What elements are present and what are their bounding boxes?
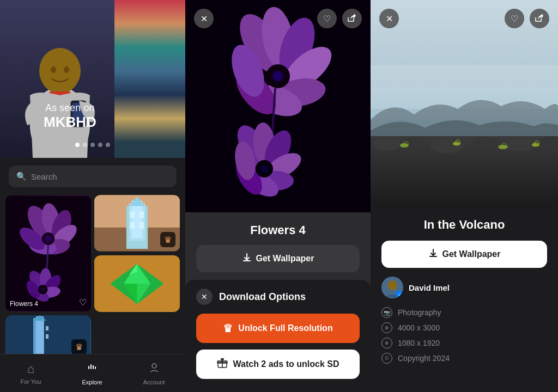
svg-point-76 — [260, 165, 268, 173]
resolution-label-1: 4000 x 3000 — [398, 323, 440, 332]
svg-rect-48 — [46, 326, 48, 330]
hero-color-strips — [114, 0, 185, 158]
right-share-button[interactable] — [530, 9, 549, 28]
close-icon: ✕ — [386, 14, 393, 24]
resolution-icon-2: ⊕ — [381, 338, 392, 348]
hero-dot-5[interactable] — [106, 143, 110, 147]
author-row: ✓ David Imel — [381, 277, 547, 298]
heart-icon: ♡ — [323, 14, 331, 24]
share-icon — [535, 13, 544, 24]
meta-resolution-1: ⊕ 4000 x 3000 — [381, 322, 547, 333]
get-wallpaper-label: Get Wallpaper — [256, 254, 314, 264]
nav-explore[interactable]: Explore — [82, 362, 102, 385]
middle-panel: ✕ ♡ — [185, 0, 371, 392]
svg-point-17 — [45, 236, 52, 242]
author-avatar: ✓ — [381, 277, 403, 298]
right-get-wallpaper-label: Get Wallpaper — [442, 249, 501, 259]
svg-point-96 — [388, 280, 397, 290]
crown-icon: ♛ — [164, 235, 172, 245]
heart-icon[interactable]: ♡ — [79, 297, 87, 308]
download-icon-right — [428, 248, 438, 260]
home-icon: ⌂ — [27, 362, 34, 376]
nav-for-you[interactable]: ⌂ For You — [21, 362, 41, 385]
explore-icon — [86, 362, 98, 377]
volcano-wallpaper-preview: ✕ ♡ — [371, 0, 558, 207]
nav-account-label: Account — [143, 379, 165, 385]
middle-close-button[interactable]: ✕ — [194, 9, 214, 28]
grid-item-crystal-sm[interactable]: ♛ — [5, 315, 91, 354]
close-x-icon: ✕ — [201, 292, 208, 301]
middle-top-actions: ♡ — [317, 9, 362, 28]
crown-icon: ♛ — [223, 322, 233, 335]
watch-ads-button[interactable]: Watch 2 ads to unlock SD — [196, 350, 360, 379]
share-icon — [348, 13, 356, 24]
author-name: David Imel — [409, 283, 450, 292]
resolution-icon-1: ⊕ — [381, 322, 392, 333]
svg-point-88 — [473, 137, 497, 149]
hero-person — [16, 16, 104, 158]
svg-rect-50 — [88, 366, 89, 369]
right-top-actions: ♡ — [505, 9, 549, 28]
search-bar[interactable]: 🔍 Search — [9, 166, 177, 187]
right-heart-button[interactable]: ♡ — [505, 9, 524, 28]
svg-rect-52 — [93, 365, 94, 369]
hero-dot-2[interactable] — [83, 143, 87, 147]
close-icon: ✕ — [201, 14, 208, 24]
photography-icon: 📷 — [381, 307, 392, 318]
svg-point-85 — [373, 138, 401, 151]
copyright-icon: © — [381, 353, 392, 364]
download-options-title: Download Options — [219, 291, 306, 303]
bottom-nav: ⌂ For You Explore Account — [0, 354, 185, 392]
svg-rect-51 — [90, 364, 92, 369]
download-icon — [242, 253, 252, 265]
hero-text: As seen on MKBHD — [44, 102, 96, 131]
meta-resolution-2: ⊕ 1080 x 1920 — [381, 338, 547, 348]
as-seen-label: As seen on — [44, 102, 96, 114]
hero-dot-1[interactable] — [75, 143, 80, 147]
flowers-wallpaper-preview: ✕ ♡ — [185, 0, 371, 212]
svg-rect-46 — [36, 316, 44, 354]
heart-button[interactable]: ♡ — [317, 9, 337, 28]
meta-photography: 📷 Photography — [381, 307, 547, 318]
nav-explore-label: Explore — [82, 379, 102, 385]
svg-rect-34 — [130, 211, 135, 218]
nav-account[interactable]: Account — [143, 362, 165, 385]
flowers-info-section: Flowers 4 Get Wallpaper — [185, 212, 371, 280]
svg-point-87 — [430, 139, 463, 153]
mkbhd-label: MKBHD — [44, 114, 96, 131]
svg-point-94 — [532, 143, 539, 147]
share-button[interactable] — [342, 9, 362, 28]
svg-point-26 — [41, 287, 45, 292]
svg-point-54 — [152, 364, 156, 368]
gift-icon — [217, 358, 228, 371]
photography-label: Photography — [398, 308, 441, 317]
svg-point-89 — [505, 138, 536, 151]
wallpaper-grid: Flowers 4 ♡ ♛ — [0, 195, 185, 354]
hero-dot-4[interactable] — [98, 143, 102, 147]
grid-item-diamond[interactable] — [94, 255, 180, 312]
svg-rect-53 — [95, 366, 96, 369]
unlock-label: Unlock Full Resolution — [238, 323, 332, 333]
svg-rect-35 — [140, 211, 144, 218]
grid-item-crystal[interactable]: ♛ — [94, 195, 180, 252]
hero-dot-3[interactable] — [90, 143, 95, 147]
copyright-label: Copyright 2024 — [398, 354, 450, 363]
right-get-wallpaper-button[interactable]: Get Wallpaper — [381, 241, 547, 268]
download-options-panel: ✕ Download Options ♛ Unlock Full Resolut… — [185, 280, 371, 392]
svg-rect-49 — [46, 334, 48, 339]
account-icon — [148, 362, 160, 377]
unlock-full-resolution-button[interactable]: ♛ Unlock Full Resolution — [196, 314, 360, 343]
svg-rect-37 — [140, 222, 144, 229]
right-close-button[interactable]: ✕ — [379, 9, 399, 28]
get-wallpaper-button[interactable]: Get Wallpaper — [196, 245, 360, 272]
search-placeholder: Search — [31, 172, 57, 181]
download-options-close[interactable]: ✕ — [196, 289, 213, 305]
svg-point-1 — [39, 48, 81, 94]
search-icon: 🔍 — [16, 171, 27, 181]
watch-ads-label: Watch 2 ads to unlock SD — [233, 359, 339, 369]
grid-item-flowers[interactable]: Flowers 4 ♡ — [5, 195, 91, 312]
hero-banner: As seen on MKBHD — [0, 0, 185, 158]
meta-copyright: © Copyright 2024 — [381, 353, 547, 364]
svg-rect-32 — [132, 201, 143, 238]
volcano-wallpaper-title: In the Volcano — [381, 218, 547, 232]
